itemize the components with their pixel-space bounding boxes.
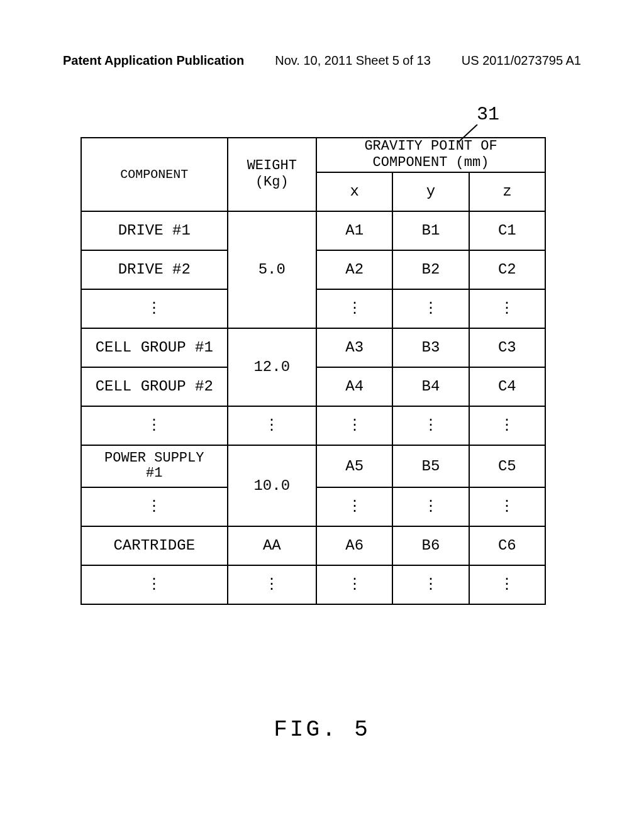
table-row: POWER SUPPLY #1 10.0 A5 B5 C5 bbox=[81, 445, 545, 487]
cell-dots: ⋮ bbox=[469, 487, 545, 526]
page-header: Patent Application Publication Nov. 10, … bbox=[0, 53, 644, 68]
cell-dots: ⋮ bbox=[392, 289, 469, 328]
cell-weight: 10.0 bbox=[228, 445, 317, 526]
table-row: CELL GROUP #1 12.0 A3 B3 C3 bbox=[81, 328, 545, 367]
header-component: COMPONENT bbox=[81, 138, 228, 211]
cell-dots: ⋮ bbox=[228, 406, 317, 445]
cell-z: C6 bbox=[469, 526, 545, 565]
cell-x: A6 bbox=[316, 526, 392, 565]
cell-y: B5 bbox=[392, 445, 469, 487]
header-y: y bbox=[392, 172, 469, 211]
cell-dots: ⋮ bbox=[228, 565, 317, 604]
cell-y: B1 bbox=[392, 211, 469, 250]
cell-component: CELL GROUP #1 bbox=[81, 328, 228, 367]
cell-y: B3 bbox=[392, 328, 469, 367]
cell-y: B2 bbox=[392, 250, 469, 289]
cell-dots: ⋮ bbox=[81, 406, 228, 445]
cell-x: A5 bbox=[316, 445, 392, 487]
cell-dots: ⋮ bbox=[316, 565, 392, 604]
header-gravity: GRAVITY POINT OF COMPONENT (mm) bbox=[316, 138, 545, 172]
header-z: z bbox=[469, 172, 545, 211]
cell-component: DRIVE #2 bbox=[81, 250, 228, 289]
cell-y: B6 bbox=[392, 526, 469, 565]
cell-dots: ⋮ bbox=[316, 406, 392, 445]
cell-z: C1 bbox=[469, 211, 545, 250]
table-row: DRIVE #1 5.0 A1 B1 C1 bbox=[81, 211, 545, 250]
cell-x: A3 bbox=[316, 328, 392, 367]
cell-dots: ⋮ bbox=[392, 406, 469, 445]
cell-dots: ⋮ bbox=[81, 289, 228, 328]
cell-z: C3 bbox=[469, 328, 545, 367]
cell-z: C4 bbox=[469, 367, 545, 406]
cell-dots: ⋮ bbox=[469, 289, 545, 328]
header-patent-number: US 2011/0273795 A1 bbox=[462, 53, 581, 68]
header-weight: WEIGHT (Kg) bbox=[228, 138, 317, 211]
cell-component: CARTRIDGE bbox=[81, 526, 228, 565]
cell-dots: ⋮ bbox=[81, 565, 228, 604]
table-row: CARTRIDGE AA A6 B6 C6 bbox=[81, 526, 545, 565]
cell-dots: ⋮ bbox=[81, 487, 228, 526]
cell-component: DRIVE #1 bbox=[81, 211, 228, 250]
reference-number: 31 bbox=[477, 104, 499, 125]
cell-component: CELL GROUP #2 bbox=[81, 367, 228, 406]
table-row-dots: ⋮ ⋮ ⋮ ⋮ ⋮ bbox=[81, 406, 545, 445]
cell-weight: 12.0 bbox=[228, 328, 317, 406]
cell-z: C5 bbox=[469, 445, 545, 487]
table-row-dots: ⋮ ⋮ ⋮ ⋮ ⋮ bbox=[81, 565, 545, 604]
cell-weight: 5.0 bbox=[228, 211, 317, 328]
cell-dots: ⋮ bbox=[392, 487, 469, 526]
cell-weight: AA bbox=[228, 526, 317, 565]
cell-x: A2 bbox=[316, 250, 392, 289]
cell-y: B4 bbox=[392, 367, 469, 406]
cell-x: A1 bbox=[316, 211, 392, 250]
cell-dots: ⋮ bbox=[392, 565, 469, 604]
component-table: COMPONENT WEIGHT (Kg) GRAVITY POINT OF C… bbox=[80, 137, 546, 605]
cell-dots: ⋮ bbox=[469, 406, 545, 445]
cell-z: C2 bbox=[469, 250, 545, 289]
header-x: x bbox=[316, 172, 392, 211]
header-publication: Patent Application Publication bbox=[63, 53, 244, 68]
header-date-sheet: Nov. 10, 2011 Sheet 5 of 13 bbox=[275, 53, 431, 68]
cell-x: A4 bbox=[316, 367, 392, 406]
figure-caption: FIG. 5 bbox=[0, 717, 644, 743]
cell-dots: ⋮ bbox=[316, 289, 392, 328]
cell-component: POWER SUPPLY #1 bbox=[81, 445, 228, 487]
cell-dots: ⋮ bbox=[469, 565, 545, 604]
cell-dots: ⋮ bbox=[316, 487, 392, 526]
